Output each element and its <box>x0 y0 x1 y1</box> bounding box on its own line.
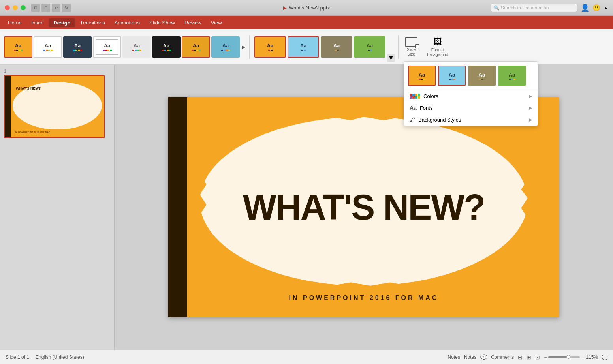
fonts-icon: Aa <box>410 105 417 111</box>
slide-1-thumbnail[interactable]: 1 WHAT'S NEW? IN POWERPOINT 2016 FOR MAC <box>4 69 110 138</box>
menu-home[interactable]: Home <box>3 18 26 27</box>
save-icon[interactable]: ⊟ <box>41 4 50 12</box>
minimize-button[interactable] <box>13 5 18 10</box>
maximize-button[interactable] <box>21 5 26 10</box>
popup-menu-bg-left: 🖌 Background Styles <box>410 116 461 123</box>
popup-colors-label: Colors <box>423 93 438 99</box>
undo-icon[interactable]: ↩ <box>52 4 60 12</box>
theme-thumbnails-group: Aa Aa <box>4 36 246 58</box>
window-controls <box>5 5 26 10</box>
popup-menu-colors-left: Colors <box>410 93 438 99</box>
filename-label: What's New?.pptx <box>289 5 330 11</box>
more-themes-button[interactable]: ▶ <box>241 43 246 51</box>
chevron-up-icon[interactable]: ▲ <box>604 5 608 11</box>
theme-thumb-5[interactable]: Aa <box>122 36 151 58</box>
zoom-out-icon[interactable]: − <box>544 355 547 360</box>
popup-themes-row: Aa Aa Aa <box>404 62 538 90</box>
menu-transitions[interactable]: Transitions <box>75 18 110 27</box>
account-icon[interactable]: 👤 <box>581 4 589 12</box>
popup-fonts-label: Fonts <box>420 105 433 111</box>
zoom-slider[interactable] <box>548 356 580 358</box>
slide-panel: 1 WHAT'S NEW? IN POWERPOINT 2016 FOR MAC <box>0 65 115 350</box>
background-styles-icon: 🖌 <box>410 116 415 123</box>
language-label: English (United States) <box>36 355 84 360</box>
colors-arrow-icon: ▶ <box>529 94 532 99</box>
zoom-control: − + 115% <box>544 355 598 360</box>
popup-theme-3[interactable]: Aa <box>468 66 496 86</box>
slide-size-icon <box>405 37 417 47</box>
search-icon: 🔍 <box>493 5 499 11</box>
theme-thumb-2[interactable]: Aa <box>34 36 62 58</box>
slide-tools-group: SlideSize 🖼 FormatBackground <box>402 35 451 59</box>
format-bg-icon: 🖼 <box>433 37 442 47</box>
pptx-icon: ▶ <box>283 5 287 11</box>
zoom-in-icon[interactable]: + <box>581 355 584 360</box>
search-bar[interactable]: 🔍 Search in Presentation <box>491 4 577 12</box>
title-right-area: 🔍 Search in Presentation 👤 🙂 ▲ <box>491 4 608 12</box>
themes-dropdown-button[interactable]: ▼ <box>387 54 395 62</box>
theme-thumb-7[interactable]: Aa <box>182 36 210 58</box>
canvas-area: WHAT'S NEW? IN POWERPOINT 2016 FOR MAC <box>115 65 613 350</box>
menu-bar: Home Insert Design Transitions Animation… <box>0 16 613 29</box>
close-button[interactable] <box>5 5 10 10</box>
popup-theme-4[interactable]: Aa <box>498 66 526 86</box>
comments-label-text: Comments <box>491 355 514 360</box>
grid-view-icon[interactable]: ⊞ <box>527 354 531 360</box>
toolbar-icons: ⊡ ⊟ ↩ ↻ <box>31 4 71 12</box>
extra-theme-3[interactable]: Aa <box>321 36 352 58</box>
extra-theme-1[interactable]: Aa <box>254 36 286 58</box>
ribbon-divider-1 <box>249 35 250 59</box>
theme-thumb-1[interactable]: Aa <box>4 36 32 58</box>
slide-size-button[interactable]: SlideSize <box>402 36 421 58</box>
slide-size-label: SlideSize <box>407 47 416 57</box>
emoji-icon[interactable]: 🙂 <box>592 4 600 11</box>
notes-label-text: Notes <box>464 355 476 360</box>
extra-theme-2[interactable]: Aa <box>288 36 319 58</box>
menu-view[interactable]: View <box>206 18 227 27</box>
canvas-left-bar <box>168 97 187 317</box>
menu-animations[interactable]: Animations <box>110 18 145 27</box>
theme-thumb-4[interactable]: Aa <box>93 36 121 58</box>
popup-menu-background-styles[interactable]: 🖌 Background Styles ▶ <box>404 114 538 126</box>
menu-design[interactable]: Design <box>49 18 75 27</box>
ribbon-divider-2 <box>398 35 399 59</box>
search-placeholder: Search in Presentation <box>501 5 549 11</box>
slide-thumb-title: WHAT'S NEW? <box>16 87 102 91</box>
fonts-arrow-icon: ▶ <box>529 105 532 111</box>
format-bg-label: FormatBackground <box>427 48 448 57</box>
bg-styles-arrow-icon: ▶ <box>529 117 532 122</box>
menu-insert[interactable]: Insert <box>26 18 49 27</box>
slide-subtitle[interactable]: IN POWERPOINT 2016 FOR MAC <box>168 295 559 302</box>
theme-dropdown-popup: Aa Aa Aa <box>404 61 538 126</box>
notes-button[interactable]: Notes <box>448 355 460 360</box>
theme-thumb-8[interactable]: Aa <box>211 36 240 58</box>
format-background-button[interactable]: 🖼 FormatBackground <box>424 35 451 59</box>
comments-button[interactable]: 💬 <box>480 354 487 360</box>
popup-background-label: Background Styles <box>418 117 461 123</box>
slide-number: 1 <box>4 69 110 73</box>
reading-view-icon[interactable]: ⊡ <box>535 354 540 360</box>
slide-info-label: Slide 1 of 1 <box>6 355 29 360</box>
menu-review[interactable]: Review <box>180 18 206 27</box>
popup-theme-2[interactable]: Aa <box>438 66 466 86</box>
design-ribbon: Aa Aa <box>0 29 613 65</box>
menu-slideshow[interactable]: Slide Show <box>145 18 180 27</box>
popup-theme-1[interactable]: Aa <box>408 66 436 86</box>
status-bar: Slide 1 of 1 English (United States) Not… <box>0 350 613 364</box>
extra-theme-4[interactable]: Aa <box>354 36 385 58</box>
popup-menu-fonts-left: Aa Fonts <box>410 105 432 111</box>
popup-menu-colors[interactable]: Colors ▶ <box>404 90 538 102</box>
slide-canvas[interactable]: WHAT'S NEW? IN POWERPOINT 2016 FOR MAC <box>168 97 559 317</box>
theme-thumb-6[interactable]: Aa <box>152 36 181 58</box>
zoom-level-label: 115% <box>586 355 598 360</box>
fit-to-window-icon[interactable]: ⛶ <box>602 354 607 360</box>
slide-thumb-subtitle: IN POWERPOINT 2016 FOR MAC <box>15 131 102 133</box>
normal-view-icon[interactable]: ⊟ <box>518 354 523 360</box>
theme-thumb-3[interactable]: Aa <box>63 36 92 58</box>
slide-main-title[interactable]: WHAT'S NEW? <box>243 190 485 225</box>
slide-thumbnail-image: WHAT'S NEW? IN POWERPOINT 2016 FOR MAC <box>4 75 105 138</box>
window-title: ▶ What's New?.pptx <box>283 5 330 11</box>
file-icon[interactable]: ⊡ <box>31 4 40 12</box>
popup-menu-fonts[interactable]: Aa Fonts ▶ <box>404 102 538 114</box>
redo-icon[interactable]: ↻ <box>62 4 71 12</box>
